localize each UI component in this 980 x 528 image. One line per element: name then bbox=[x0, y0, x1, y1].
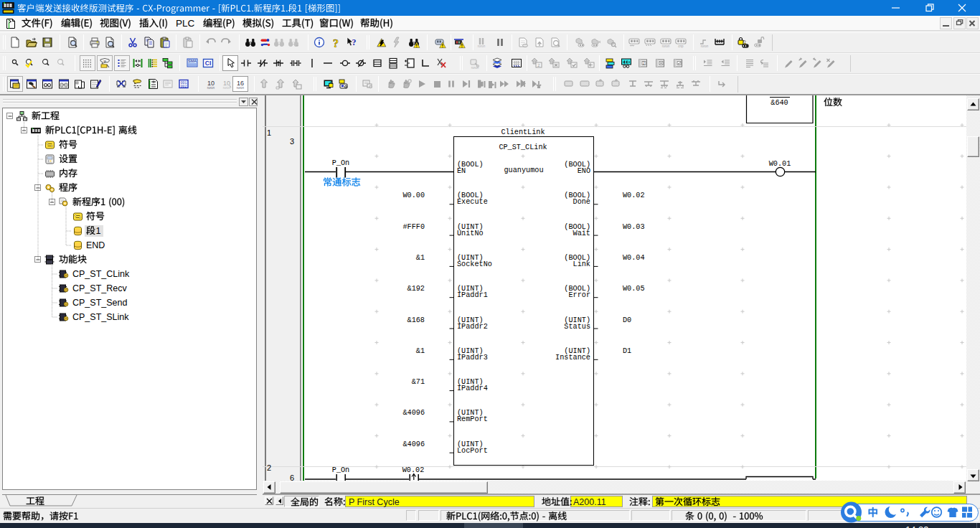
svg-text:3: 3 bbox=[290, 137, 294, 146]
svg-text:D1: D1 bbox=[623, 347, 631, 355]
svg-text:CP_ST_Recv: CP_ST_Recv bbox=[72, 283, 127, 293]
svg-text:w: w bbox=[103, 59, 106, 63]
svg-text:1: 1 bbox=[267, 128, 271, 137]
svg-text:PLC: PLC bbox=[176, 18, 195, 29]
svg-text:002: 002 bbox=[181, 85, 187, 88]
svg-text:roron: roron bbox=[701, 44, 709, 48]
svg-text:CP_ST_SLink: CP_ST_SLink bbox=[72, 312, 129, 322]
svg-text:Instance: Instance bbox=[555, 354, 590, 362]
svg-text:Wait: Wait bbox=[573, 230, 590, 237]
svg-text:CP_ST_CLink: CP_ST_CLink bbox=[499, 143, 547, 151]
svg-text:W0.02: W0.02 bbox=[402, 466, 425, 474]
svg-text:D0: D0 bbox=[623, 316, 631, 324]
svg-text:rorcn: rorcn bbox=[207, 86, 215, 90]
svg-text:SocketNo: SocketNo bbox=[457, 260, 492, 268]
svg-text:CI: CI bbox=[205, 60, 212, 67]
svg-text:ClientLink: ClientLink bbox=[501, 128, 545, 136]
svg-text:guanyumou: guanyumou bbox=[504, 166, 543, 174]
svg-text:W0.01: W0.01 bbox=[769, 160, 791, 168]
svg-text:2: 2 bbox=[643, 61, 645, 65]
svg-text:IPaddr4: IPaddr4 bbox=[457, 385, 488, 392]
svg-text:roron: roron bbox=[471, 66, 479, 70]
svg-text:IPaddr2: IPaddr2 bbox=[457, 323, 488, 331]
svg-text:Error: Error bbox=[568, 291, 590, 299]
svg-text:cnp: cnp bbox=[678, 44, 684, 48]
svg-text:&4096: &4096 bbox=[402, 440, 425, 448]
svg-text:SMA: SMA bbox=[188, 59, 197, 63]
svg-text:&192: &192 bbox=[407, 285, 425, 293]
svg-text:#FFF0: #FFF0 bbox=[402, 223, 425, 231]
svg-text:rorcn: rorcn bbox=[223, 86, 231, 90]
svg-text:roron: roron bbox=[478, 44, 486, 48]
svg-text:P_On: P_On bbox=[332, 159, 349, 167]
svg-text:CP_ST_CLink: CP_ST_CLink bbox=[72, 269, 130, 279]
svg-text:CP_ST_Send: CP_ST_Send bbox=[72, 298, 127, 308]
svg-text:ENO: ENO bbox=[578, 167, 590, 175]
svg-text:&71: &71 bbox=[412, 378, 425, 386]
svg-text:&1: &1 bbox=[416, 254, 425, 262]
svg-text:1: 1 bbox=[96, 226, 101, 236]
svg-text:A200.11: A200.11 bbox=[573, 497, 606, 507]
svg-text:?: ? bbox=[352, 37, 357, 47]
svg-text:UnitNo: UnitNo bbox=[457, 230, 484, 237]
svg-text:Link: Link bbox=[573, 260, 590, 268]
svg-text:Done: Done bbox=[573, 198, 590, 206]
svg-text:END: END bbox=[86, 240, 105, 250]
svg-text:Status: Status bbox=[564, 323, 590, 331]
svg-text:roron: roron bbox=[662, 44, 670, 48]
svg-text:RemPort: RemPort bbox=[457, 415, 488, 423]
svg-text:IPaddr1: IPaddr1 bbox=[457, 291, 488, 299]
svg-text:LocPort: LocPort bbox=[457, 447, 488, 455]
svg-text:rorcn: rorcn bbox=[237, 86, 245, 90]
svg-text:&640: &640 bbox=[771, 99, 788, 107]
svg-text:P First Cycle: P First Cycle bbox=[349, 497, 400, 507]
svg-text:&168: &168 bbox=[407, 316, 425, 324]
svg-text:W0.05: W0.05 bbox=[623, 285, 645, 293]
svg-text:W0.02: W0.02 bbox=[623, 192, 645, 199]
svg-text:14:39: 14:39 bbox=[905, 524, 929, 528]
svg-text:Execute: Execute bbox=[457, 198, 488, 206]
svg-text:2: 2 bbox=[267, 463, 271, 472]
svg-text:W0.03: W0.03 bbox=[623, 223, 645, 231]
svg-text:IPaddr3: IPaddr3 bbox=[457, 354, 488, 362]
svg-text:&1: &1 bbox=[416, 347, 425, 355]
svg-text:?: ? bbox=[333, 37, 339, 50]
svg-text:W0.00: W0.00 bbox=[402, 192, 425, 199]
svg-text:6: 6 bbox=[290, 473, 294, 482]
svg-text:W0.04: W0.04 bbox=[623, 254, 645, 262]
svg-text:EN: EN bbox=[457, 167, 466, 175]
svg-text:P_On: P_On bbox=[332, 466, 349, 474]
svg-text:&4096: &4096 bbox=[402, 409, 425, 417]
